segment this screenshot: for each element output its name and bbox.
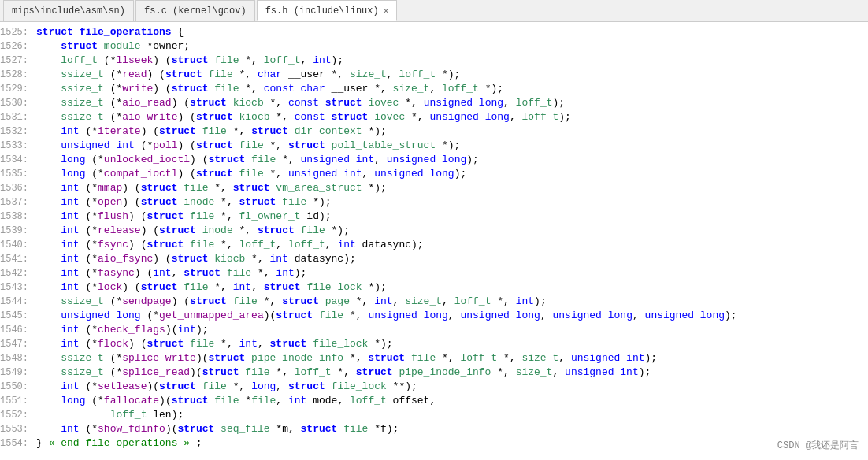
line-number: 1532: xyxy=(0,124,36,139)
line-content: long (*compat_ioctl) (struct file *, uns… xyxy=(36,167,868,181)
line-content: int (*check_flags)(int); xyxy=(36,323,868,337)
table-row: 1526: struct module *owner; xyxy=(0,39,868,54)
line-content: int (*fsync) (struct file *, loff_t, lof… xyxy=(36,238,868,252)
table-row: 1538: int (*flush) (struct file *, fl_ow… xyxy=(0,210,868,224)
tab-label: mips\include\asm\sn) xyxy=(12,6,125,17)
line-number: 1527: xyxy=(0,54,36,68)
table-row: 1547: int (*flock) (struct file *, int, … xyxy=(0,337,868,351)
line-content: long (*fallocate)(struct file *file, int… xyxy=(36,394,868,408)
line-number: 1530: xyxy=(0,96,36,110)
table-row: 1548: ssize_t (*splice_write)(struct pip… xyxy=(0,351,868,365)
line-content: int (*flush) (struct file *, fl_owner_t … xyxy=(36,210,868,224)
line-content: int (*iterate) (struct file *, struct di… xyxy=(36,124,868,139)
line-number: 1526: xyxy=(0,39,36,54)
line-number: 1541: xyxy=(0,252,36,266)
line-number: 1533: xyxy=(0,139,36,153)
line-content: unsigned long (*get_unmapped_area)(struc… xyxy=(36,309,868,323)
line-number: 1536: xyxy=(0,181,36,195)
line-content: loff_t (*llseek) (struct file *, loff_t,… xyxy=(36,54,868,68)
line-number: 1552: xyxy=(0,408,36,422)
table-row: 1528: ssize_t (*read) (struct file *, ch… xyxy=(0,68,868,82)
table-row: 1533: unsigned int (*poll) (struct file … xyxy=(0,139,868,153)
table-row: 1554:} « end file_operations » ; xyxy=(0,436,868,451)
line-number: 1549: xyxy=(0,365,36,380)
table-row: 1537: int (*open) (struct inode *, struc… xyxy=(0,195,868,210)
table-row: 1532: int (*iterate) (struct file *, str… xyxy=(0,124,868,139)
table-row: 1552: loff_t len); xyxy=(0,408,868,422)
line-content: ssize_t (*splice_read)(struct file *, lo… xyxy=(36,365,868,380)
line-content: struct module *owner; xyxy=(36,39,868,54)
tab-label: fs.c (kernel\gcov) xyxy=(144,6,247,17)
line-content: ssize_t (*aio_read) (struct kiocb *, con… xyxy=(36,96,868,110)
line-content: int (*release) (struct inode *, struct f… xyxy=(36,224,868,238)
line-content: loff_t len); xyxy=(36,408,868,422)
line-content: int (*setlease)(struct file *, long, str… xyxy=(36,380,868,394)
table-row: 1541: int (*aio_fsync) (struct kiocb *, … xyxy=(0,252,868,266)
line-content: } « end file_operations » ; xyxy=(36,436,868,451)
table-row: 1545: unsigned long (*get_unmapped_area)… xyxy=(0,309,868,323)
line-number: 1546: xyxy=(0,323,36,337)
line-content: ssize_t (*write) (struct file *, const c… xyxy=(36,82,868,96)
line-number: 1540: xyxy=(0,238,36,252)
table-row: 1540: int (*fsync) (struct file *, loff_… xyxy=(0,238,868,252)
line-number: 1550: xyxy=(0,380,36,394)
tab-fsh[interactable]: fs.h (include\linux) ✕ xyxy=(257,0,398,21)
line-content: int (*flock) (struct file *, int, struct… xyxy=(36,337,868,351)
line-number: 1535: xyxy=(0,167,36,181)
table-row: 1525:struct file_operations { xyxy=(0,25,868,39)
table-row: 1531: ssize_t (*aio_write) (struct kiocb… xyxy=(0,110,868,124)
line-number: 1539: xyxy=(0,224,36,238)
line-content: unsigned int (*poll) (struct file *, str… xyxy=(36,139,868,153)
line-number: 1525: xyxy=(0,25,36,39)
table-row: 1553: int (*show_fdinfo)(struct seq_file… xyxy=(0,422,868,436)
table-row: 1546: int (*check_flags)(int); xyxy=(0,323,868,337)
line-content: ssize_t (*splice_write)(struct pipe_inod… xyxy=(36,351,868,365)
tab-label: fs.h (include\linux) xyxy=(265,6,379,17)
table-row: 1542: int (*fasync) (int, struct file *,… xyxy=(0,266,868,280)
line-number: 1544: xyxy=(0,295,36,309)
watermark: CSDN @我还是阿言 xyxy=(774,437,862,454)
line-number: 1538: xyxy=(0,210,36,224)
table-row: 1549: ssize_t (*splice_read)(struct file… xyxy=(0,365,868,380)
table-row: 1530: ssize_t (*aio_read) (struct kiocb … xyxy=(0,96,868,110)
table-row: 1535: long (*compat_ioctl) (struct file … xyxy=(0,167,868,181)
line-number: 1531: xyxy=(0,110,36,124)
table-row: 1534: long (*unlocked_ioctl) (struct fil… xyxy=(0,153,868,167)
line-content: int (*show_fdinfo)(struct seq_file *m, s… xyxy=(36,422,868,436)
line-number: 1553: xyxy=(0,422,36,436)
table-row: 1536: int (*mmap) (struct file *, struct… xyxy=(0,181,868,195)
line-number: 1529: xyxy=(0,82,36,96)
close-icon[interactable]: ✕ xyxy=(384,6,389,16)
line-number: 1534: xyxy=(0,153,36,167)
line-number: 1551: xyxy=(0,394,36,408)
code-container: 1525:struct file_operations {1526: struc… xyxy=(0,22,868,454)
line-content: int (*mmap) (struct file *, struct vm_ar… xyxy=(36,181,868,195)
line-content: ssize_t (*sendpage) (struct file *, stru… xyxy=(36,295,868,309)
line-number: 1537: xyxy=(0,195,36,210)
tab-bar: mips\include\asm\sn) fs.c (kernel\gcov) … xyxy=(0,0,868,22)
table-row: 1539: int (*release) (struct inode *, st… xyxy=(0,224,868,238)
line-number: 1547: xyxy=(0,337,36,351)
tab-fsc[interactable]: fs.c (kernel\gcov) xyxy=(135,0,255,21)
table-row: 1550: int (*setlease)(struct file *, lon… xyxy=(0,380,868,394)
table-row: 1543: int (*lock) (struct file *, int, s… xyxy=(0,280,868,295)
line-content: ssize_t (*aio_write) (struct kiocb *, co… xyxy=(36,110,868,124)
line-number: 1554: xyxy=(0,436,36,451)
table-row: 1551: long (*fallocate)(struct file *fil… xyxy=(0,394,868,408)
line-content: long (*unlocked_ioctl) (struct file *, u… xyxy=(36,153,868,167)
line-content: int (*aio_fsync) (struct kiocb *, int da… xyxy=(36,252,868,266)
line-content: int (*lock) (struct file *, int, struct … xyxy=(36,280,868,295)
line-content: ssize_t (*read) (struct file *, char __u… xyxy=(36,68,868,82)
line-number: 1542: xyxy=(0,266,36,280)
table-row: 1527: loff_t (*llseek) (struct file *, l… xyxy=(0,54,868,68)
table-row: 1529: ssize_t (*write) (struct file *, c… xyxy=(0,82,868,96)
line-content: int (*fasync) (int, struct file *, int); xyxy=(36,266,868,280)
line-number: 1543: xyxy=(0,280,36,295)
table-row: 1544: ssize_t (*sendpage) (struct file *… xyxy=(0,295,868,309)
line-number: 1545: xyxy=(0,309,36,323)
line-content: struct file_operations { xyxy=(36,25,868,39)
line-number: 1528: xyxy=(0,68,36,82)
tab-mips[interactable]: mips\include\asm\sn) xyxy=(3,0,134,21)
line-number: 1548: xyxy=(0,351,36,365)
line-content: int (*open) (struct inode *, struct file… xyxy=(36,195,868,210)
